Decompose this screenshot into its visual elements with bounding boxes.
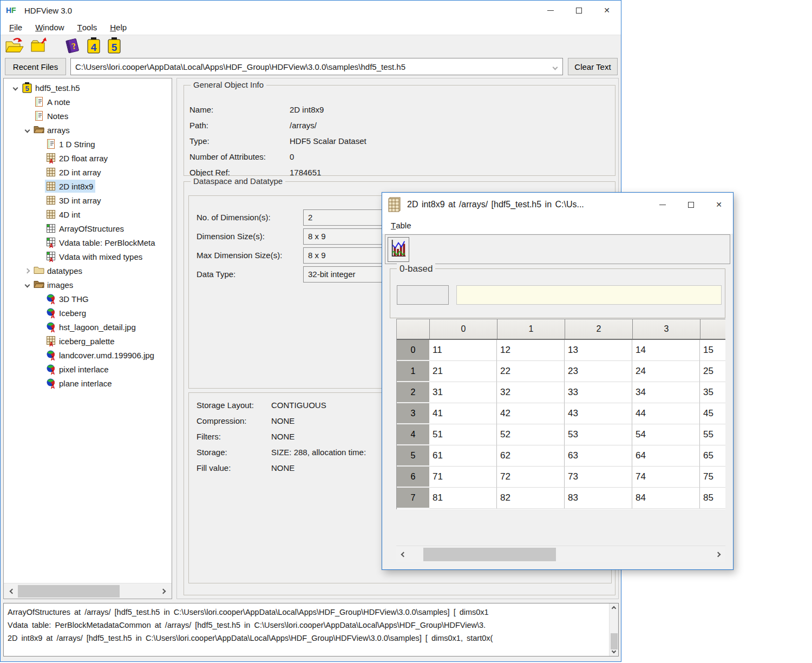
minimize-button[interactable]: [649, 193, 677, 216]
tree-item-iceberg[interactable]: AIceberg: [4, 306, 172, 320]
table-cell[interactable]: 41: [429, 403, 497, 424]
file-path-combobox[interactable]: C:\Users\lori.cooper\AppData\Local\Apps\…: [70, 58, 563, 75]
table-cell[interactable]: 33: [565, 382, 632, 403]
row-header[interactable]: 0: [397, 340, 429, 361]
table-cell[interactable]: 81: [429, 488, 497, 509]
table-cell[interactable]: 53: [565, 424, 632, 445]
table-horizontal-scrollbar[interactable]: [396, 546, 725, 562]
hdf5-library-icon[interactable]: 5: [107, 36, 122, 55]
menu-window[interactable]: Window: [29, 20, 70, 35]
table-cell[interactable]: 32: [497, 382, 565, 403]
open-file-icon[interactable]: [5, 36, 24, 55]
table-cell[interactable]: 15: [700, 340, 725, 361]
tree-item-a-note[interactable]: A note: [4, 95, 172, 109]
tree-item-1-d-string[interactable]: 1 D String: [4, 137, 172, 151]
table-cell[interactable]: 44: [632, 403, 700, 424]
minimize-button[interactable]: [536, 1, 565, 20]
table-cell[interactable]: 42: [497, 403, 565, 424]
tree-item-hdf5-test-h5[interactable]: 5hdf5_test.h5: [4, 81, 172, 95]
close-button[interactable]: ✕: [705, 193, 733, 216]
table-cell[interactable]: 22: [497, 361, 565, 382]
tree-collapse-icon[interactable]: [21, 128, 33, 132]
tree-collapse-icon[interactable]: [9, 86, 21, 90]
help-icon[interactable]: ?: [64, 36, 81, 55]
tree-item-vdata-with-mixed-types[interactable]: AVdata with mixed types: [4, 250, 172, 264]
table-cell[interactable]: 43: [565, 403, 632, 424]
menu-tools[interactable]: Tools: [71, 20, 104, 35]
line-plot-button[interactable]: [388, 237, 409, 262]
table-cell[interactable]: 14: [632, 340, 700, 361]
table-cell[interactable]: 13: [565, 340, 632, 361]
cell-value-field[interactable]: [456, 285, 722, 305]
scroll-left-icon[interactable]: [401, 552, 407, 557]
table-cell[interactable]: 65: [700, 445, 725, 467]
tree-item-images[interactable]: images: [4, 278, 172, 292]
table-cell[interactable]: 72: [497, 467, 565, 488]
table-cell[interactable]: 54: [632, 424, 700, 445]
tree-item-3d-int-array[interactable]: 3D int array: [4, 193, 172, 207]
table-cell[interactable]: 63: [565, 445, 632, 467]
table-cell[interactable]: 74: [632, 467, 700, 488]
tree-item-hst-lagoon-detail-jpg[interactable]: Ahst_lagoon_detail.jpg: [4, 320, 172, 334]
grid-corner-cell[interactable]: [397, 319, 429, 339]
close-button[interactable]: ✕: [593, 1, 621, 20]
table-cell[interactable]: 23: [565, 361, 632, 382]
tree-item-arrayofstructures[interactable]: ArrayOfStructures: [4, 221, 172, 235]
table-cell[interactable]: 52: [497, 424, 565, 445]
table-cell[interactable]: 64: [632, 445, 700, 467]
table-cell[interactable]: 83: [565, 488, 632, 509]
tree-item-iceberg-palette[interactable]: Aiceberg_palette: [4, 334, 172, 348]
row-header[interactable]: 6: [397, 467, 429, 488]
maximize-button[interactable]: [677, 193, 705, 216]
column-header[interactable]: 3: [632, 319, 700, 339]
row-header[interactable]: 7: [397, 488, 429, 509]
tree-item-arrays[interactable]: arrays: [4, 123, 172, 137]
scrollbar-thumb[interactable]: [423, 548, 556, 561]
tree-item-notes[interactable]: Notes: [4, 109, 172, 123]
table-cell[interactable]: 25: [700, 361, 725, 382]
recent-files-button[interactable]: Recent Files: [5, 58, 66, 75]
tree-item-2d-int-array[interactable]: 2D int array: [4, 165, 172, 179]
table-cell[interactable]: 45: [700, 403, 725, 424]
table-cell[interactable]: 75: [700, 467, 725, 488]
tree-item-3d-thg[interactable]: A3D THG: [4, 292, 172, 306]
scroll-right-icon[interactable]: [716, 552, 721, 557]
log-vertical-scrollbar[interactable]: [609, 603, 618, 656]
tree-item-datatypes[interactable]: datatypes: [4, 264, 172, 278]
row-header[interactable]: 3: [397, 403, 429, 424]
combo-dropdown-icon[interactable]: [553, 65, 558, 70]
maximize-button[interactable]: [565, 1, 593, 20]
row-header[interactable]: 2: [397, 382, 429, 403]
table-cell[interactable]: 31: [429, 382, 497, 403]
tree-expand-icon[interactable]: [21, 269, 33, 273]
table-cell[interactable]: 62: [497, 445, 565, 467]
row-header[interactable]: 1: [397, 361, 429, 382]
row-header[interactable]: 5: [397, 445, 429, 467]
close-file-icon[interactable]: [30, 36, 47, 55]
table-cell[interactable]: 12: [497, 340, 565, 361]
column-header[interactable]: [700, 319, 725, 339]
column-header[interactable]: 1: [497, 319, 565, 339]
scrollbar-thumb[interactable]: [611, 633, 618, 649]
tree-item-landcover-umd-199906-jpg[interactable]: Alandcover.umd.199906.jpg: [4, 348, 172, 362]
table-cell[interactable]: 73: [565, 467, 632, 488]
table-cell[interactable]: 35: [700, 382, 725, 403]
menu-file[interactable]: File: [3, 20, 29, 35]
row-header[interactable]: 4: [397, 424, 429, 445]
cell-position-field[interactable]: [397, 285, 449, 305]
column-header[interactable]: 0: [429, 319, 497, 339]
tree-item-2d-int8x9[interactable]: 2D int8x9: [4, 179, 172, 193]
table-cell[interactable]: 84: [632, 488, 700, 509]
table-cell[interactable]: 82: [497, 488, 565, 509]
table-cell[interactable]: 85: [700, 488, 725, 509]
table-cell[interactable]: 61: [429, 445, 497, 467]
menu-table[interactable]: Table: [384, 216, 418, 234]
table-cell[interactable]: 34: [632, 382, 700, 403]
table-cell[interactable]: 21: [429, 361, 497, 382]
tree-collapse-icon[interactable]: [21, 283, 33, 287]
table-cell[interactable]: 24: [632, 361, 700, 382]
tree-item-4d-int[interactable]: 4D int: [4, 207, 172, 221]
main-titlebar[interactable]: HF HDFView 3.0 ✕: [1, 1, 621, 20]
tree-item-pixel-interlace[interactable]: Apixel interlace: [4, 362, 172, 376]
scroll-left-icon[interactable]: [10, 589, 15, 594]
